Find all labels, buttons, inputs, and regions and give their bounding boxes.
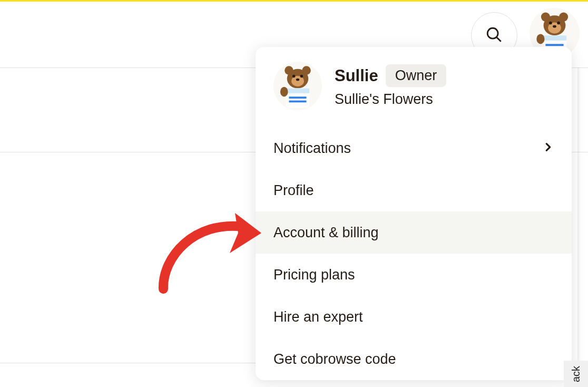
- menu-item-label: Account & billing: [273, 225, 379, 241]
- menu-item-label: Get cobrowse code: [273, 351, 396, 367]
- menu-item-hire-expert[interactable]: Hire an expert: [256, 296, 572, 338]
- svg-rect-25: [289, 96, 306, 99]
- menu-item-notifications[interactable]: Notifications: [256, 127, 572, 169]
- svg-point-5: [559, 13, 568, 22]
- user-name: Sullie: [335, 66, 378, 85]
- svg-point-21: [300, 75, 303, 78]
- menu-list: Notifications Profile Account & billing …: [256, 123, 572, 380]
- annotation-arrow: [157, 210, 268, 299]
- business-name: Sullie's Flowers: [335, 91, 446, 108]
- svg-point-14: [536, 34, 544, 44]
- avatar: [273, 62, 322, 110]
- svg-point-7: [549, 22, 552, 25]
- account-dropdown: Sullie Owner Sullie's Flowers Notificati…: [256, 47, 572, 380]
- svg-point-20: [292, 75, 296, 78]
- chevron-right-icon: [542, 140, 554, 157]
- menu-item-label: Pricing plans: [273, 267, 355, 283]
- avatar-image: [273, 62, 322, 110]
- svg-rect-11: [543, 35, 567, 41]
- dropdown-header: Sullie Owner Sullie's Flowers: [256, 47, 572, 123]
- menu-item-label: Profile: [273, 182, 314, 199]
- feedback-tab[interactable]: ack: [564, 361, 588, 387]
- svg-point-17: [285, 66, 293, 75]
- svg-rect-24: [286, 89, 309, 93]
- svg-rect-26: [289, 101, 306, 103]
- svg-point-22: [296, 79, 299, 81]
- user-info: Sullie Owner Sullie's Flowers: [335, 64, 446, 108]
- svg-point-4: [541, 13, 550, 22]
- menu-item-label: Notifications: [273, 140, 351, 157]
- menu-item-pricing-plans[interactable]: Pricing plans: [256, 254, 572, 296]
- svg-rect-12: [545, 44, 563, 46]
- svg-point-27: [280, 87, 288, 96]
- svg-point-0: [487, 28, 498, 38]
- menu-item-account-billing[interactable]: Account & billing: [256, 211, 572, 254]
- panel-shadow: [577, 67, 581, 387]
- search-icon: [485, 26, 503, 45]
- menu-item-profile[interactable]: Profile: [256, 169, 572, 211]
- feedback-tab-label: ack: [570, 365, 582, 382]
- svg-point-9: [553, 25, 556, 28]
- svg-point-18: [302, 66, 311, 75]
- menu-item-label: Hire an expert: [273, 309, 363, 325]
- svg-line-1: [497, 37, 501, 41]
- menu-item-cobrowse[interactable]: Get cobrowse code: [256, 338, 572, 380]
- svg-point-8: [557, 22, 560, 25]
- role-badge: Owner: [386, 64, 447, 87]
